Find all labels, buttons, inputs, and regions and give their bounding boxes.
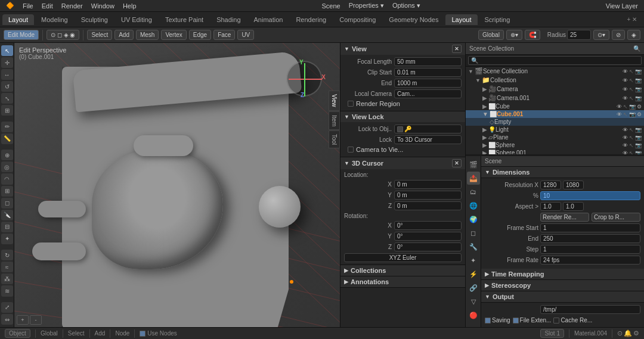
- use-nodes-chk[interactable]: [140, 331, 145, 337]
- op-value[interactable]: /tmp/: [540, 305, 640, 314]
- tool-knife[interactable]: 🔪: [1, 210, 13, 220]
- scene-name[interactable]: Scene: [318, 1, 343, 11]
- viewport-zoom-out[interactable]: -: [30, 315, 42, 325]
- status-icon-2[interactable]: 🔔: [624, 329, 632, 337]
- sph-sel[interactable]: ↖: [629, 142, 634, 148]
- cube001-eye[interactable]: 👁: [617, 111, 622, 117]
- outliner-item-sphere[interactable]: ▶ ⬜ Sphere 👁 ↖ 📷: [466, 141, 644, 149]
- status-add[interactable]: Add: [95, 330, 106, 337]
- view-layer[interactable]: View Layer: [602, 1, 642, 11]
- cam-sel[interactable]: ↖: [629, 86, 634, 92]
- tool-move[interactable]: ↔: [1, 69, 13, 80]
- tool-shrink-fatten[interactable]: ⤢: [1, 302, 13, 313]
- cam001-eye[interactable]: 👁: [623, 95, 628, 101]
- fr-value[interactable]: 24 fps: [540, 256, 640, 265]
- vis-render[interactable]: 📷: [635, 69, 642, 74]
- prop-tab-scene[interactable]: 🌐: [467, 199, 480, 212]
- res-x-value[interactable]: 1280: [540, 181, 561, 189]
- status-use-nodes[interactable]: Use Nodes: [140, 330, 177, 337]
- viewport-zoom-in[interactable]: +: [17, 315, 29, 325]
- vertex-menu[interactable]: Vertex: [161, 30, 186, 40]
- viewport-shading-toggle[interactable]: ⊙ ◻ ◈ ◉: [47, 30, 79, 40]
- status-icon-1[interactable]: ⊙: [617, 329, 623, 337]
- tool-loop-cut[interactable]: ⊞: [1, 186, 13, 197]
- outliner-item-sphere001[interactable]: ▶ ⬜ Sphere.001 👁 ↖ 📷: [466, 149, 644, 154]
- outliner-item-scene-collection[interactable]: ▼ 🎬 Scene Collection 👁 ↖ 📷: [466, 67, 644, 76]
- outliner-item-plane[interactable]: ▶ ▱ Plane 👁 ↖ 📷: [466, 133, 644, 141]
- tool-rotate[interactable]: ↺: [1, 81, 13, 92]
- status-node[interactable]: Node: [115, 330, 129, 337]
- prop-tab-modifier[interactable]: 🔧: [467, 240, 480, 253]
- plane-eye[interactable]: 👁: [623, 135, 628, 141]
- collections-header[interactable]: ▶ Collections: [340, 265, 465, 276]
- edge-menu[interactable]: Edge: [189, 30, 211, 40]
- status-select[interactable]: Select: [68, 330, 85, 337]
- fe-value[interactable]: 250: [540, 234, 640, 243]
- cursor-z-value[interactable]: 0 m: [394, 201, 462, 210]
- vis-eye[interactable]: 👁: [623, 69, 628, 74]
- transform-orientation[interactable]: Global: [478, 30, 504, 40]
- cursor-rz-value[interactable]: 0°: [394, 242, 462, 251]
- stereo-title[interactable]: ▶ Stereoscopy: [481, 280, 644, 291]
- tool-cursor[interactable]: ✛: [1, 57, 13, 68]
- mesh-menu[interactable]: Mesh: [136, 30, 159, 40]
- vis-select[interactable]: ↖: [629, 69, 634, 74]
- prop-tab-output[interactable]: 📤: [467, 172, 480, 185]
- outliner-item-light[interactable]: ▶ 💡 Light 👁 ↖ 📷: [466, 126, 644, 133]
- light-render[interactable]: 📷: [635, 127, 642, 133]
- cube-tools[interactable]: ⚙: [637, 104, 642, 110]
- coll-eye[interactable]: 👁: [623, 77, 628, 83]
- select-menu[interactable]: Select: [87, 30, 112, 40]
- prop-tab-particles[interactable]: ✦: [467, 254, 480, 267]
- pct-value[interactable]: 10: [540, 191, 640, 200]
- tool-push-pull[interactable]: ⇔: [1, 314, 13, 325]
- tool-spin[interactable]: ↻: [1, 250, 13, 260]
- lock-obj-value[interactable]: 🔑: [394, 125, 462, 133]
- sph-eye[interactable]: 👁: [623, 142, 628, 148]
- sph001-eye[interactable]: 👁: [623, 150, 628, 155]
- add-menu[interactable]: Add: [114, 30, 134, 40]
- tab-animation[interactable]: Animation: [248, 14, 289, 25]
- aspect-y-value[interactable]: 1.0: [563, 202, 584, 211]
- prop-tab-material[interactable]: 🔴: [467, 309, 480, 322]
- coll-render[interactable]: 📷: [635, 77, 642, 83]
- focal-length-value[interactable]: 50 mm: [394, 57, 462, 66]
- plane-sel[interactable]: ↖: [629, 135, 634, 141]
- file-ext-chk[interactable]: [513, 318, 519, 324]
- output-section-title[interactable]: ▼ Output: [481, 291, 644, 303]
- menu-render[interactable]: Render: [58, 1, 86, 11]
- tool-offset[interactable]: ◻: [1, 198, 13, 209]
- prop-tab-render[interactable]: 🎬: [467, 158, 480, 171]
- clip-end-value[interactable]: 1000 m: [394, 79, 462, 88]
- view-lock-icon[interactable]: ✕: [452, 45, 462, 53]
- tool-scale[interactable]: ⤡: [1, 93, 13, 104]
- tool-extrude[interactable]: ⊕: [1, 150, 13, 160]
- light-eye[interactable]: 👁: [623, 127, 628, 133]
- tab-shading[interactable]: Shading: [210, 14, 246, 25]
- cursor-rx-value[interactable]: 0°: [394, 221, 462, 230]
- item-side-tab[interactable]: Item: [329, 111, 340, 130]
- tab-rendering[interactable]: Rendering: [290, 14, 332, 25]
- outliner-item-collection[interactable]: ▼ 📁 Collection 👁 ↖ 📷: [466, 76, 644, 85]
- render-region-btn[interactable]: Render Re...: [540, 213, 589, 222]
- cam-render[interactable]: 📷: [635, 86, 642, 92]
- cube-eye[interactable]: 👁: [617, 104, 622, 110]
- dimensions-section-title[interactable]: ▼ Dimensions: [481, 167, 644, 178]
- snap-toggle[interactable]: 🧲: [525, 30, 540, 40]
- outliner-item-cube[interactable]: ▶ ⬜ Cube 👁 ↖ 📷 ⚙: [466, 102, 644, 110]
- menu-blender[interactable]: 🔶: [2, 1, 18, 11]
- tab-scripting[interactable]: Scripting: [479, 14, 516, 25]
- outliner-item-camera001[interactable]: ▶ 🎥 Camera.001 👁 ↖ 📷: [466, 94, 644, 102]
- res-y-value[interactable]: 1080: [563, 181, 584, 189]
- crop-to-btn[interactable]: Crop to R...: [592, 213, 640, 222]
- cursor-y-value[interactable]: 0 m: [394, 191, 462, 200]
- status-global[interactable]: Global: [41, 330, 58, 337]
- outliner-item-camera[interactable]: ▶ 🎥 Camera 👁 ↖ 📷: [466, 85, 644, 94]
- outliner-item-empty[interactable]: ◇ Empty: [466, 118, 644, 126]
- prop-tab-physics[interactable]: ⚡: [467, 268, 480, 281]
- cube-sel[interactable]: ↖: [623, 104, 628, 110]
- radius-input[interactable]: [567, 30, 591, 40]
- tab-texture[interactable]: Texture Paint: [159, 14, 209, 25]
- viewport-3d[interactable]: Edit Perspective (0) Cube.001 X Y Z View: [14, 43, 340, 327]
- view-lock-header[interactable]: ▼ View Lock: [340, 111, 465, 122]
